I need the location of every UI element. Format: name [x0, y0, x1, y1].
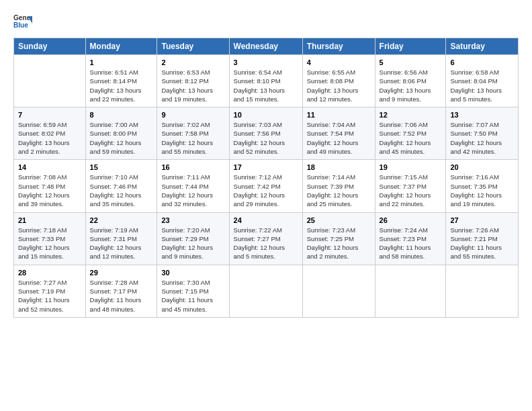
day-cell	[14, 55, 86, 107]
day-detail: Sunrise: 7:30 AM Sunset: 7:15 PM Dayligh…	[161, 278, 224, 314]
header: General Blue	[13, 12, 519, 31]
day-number: 16	[161, 163, 224, 171]
col-header-tuesday: Tuesday	[157, 38, 229, 55]
page: General Blue SundayMondayTuesdayWednesda…	[0, 0, 532, 411]
day-detail: Sunrise: 7:14 AM Sunset: 7:39 PM Dayligh…	[307, 173, 371, 208]
day-detail: Sunrise: 7:20 AM Sunset: 7:29 PM Dayligh…	[161, 226, 224, 261]
day-cell: 24Sunrise: 7:22 AM Sunset: 7:27 PM Dayli…	[229, 212, 302, 265]
day-detail: Sunrise: 7:23 AM Sunset: 7:25 PM Dayligh…	[307, 226, 371, 261]
day-detail: Sunrise: 7:24 AM Sunset: 7:23 PM Dayligh…	[380, 226, 442, 261]
col-header-friday: Friday	[375, 38, 446, 55]
day-number: 12	[380, 111, 442, 119]
day-number: 5	[380, 58, 442, 66]
day-number: 28	[18, 269, 81, 277]
day-number: 19	[380, 163, 442, 171]
day-number: 2	[161, 58, 224, 66]
day-cell: 7Sunrise: 6:59 AM Sunset: 8:02 PM Daylig…	[14, 107, 86, 160]
header-row: SundayMondayTuesdayWednesdayThursdayFrid…	[14, 38, 519, 55]
day-detail: Sunrise: 7:16 AM Sunset: 7:35 PM Dayligh…	[450, 173, 514, 208]
day-cell: 10Sunrise: 7:03 AM Sunset: 7:56 PM Dayli…	[229, 107, 302, 160]
day-number: 7	[18, 111, 81, 119]
week-row-1: 1Sunrise: 6:51 AM Sunset: 8:14 PM Daylig…	[14, 55, 519, 107]
day-cell: 26Sunrise: 7:24 AM Sunset: 7:23 PM Dayli…	[375, 212, 446, 265]
day-cell: 8Sunrise: 7:00 AM Sunset: 8:00 PM Daylig…	[85, 107, 157, 160]
day-cell: 14Sunrise: 7:08 AM Sunset: 7:48 PM Dayli…	[14, 160, 86, 212]
day-number: 23	[161, 216, 224, 224]
col-header-thursday: Thursday	[302, 38, 375, 55]
day-number: 30	[161, 269, 224, 277]
day-detail: Sunrise: 7:12 AM Sunset: 7:42 PM Dayligh…	[234, 173, 298, 208]
day-cell: 23Sunrise: 7:20 AM Sunset: 7:29 PM Dayli…	[157, 212, 229, 265]
day-cell	[229, 265, 302, 317]
day-number: 29	[90, 269, 153, 277]
week-row-2: 7Sunrise: 6:59 AM Sunset: 8:02 PM Daylig…	[14, 107, 519, 160]
day-cell: 3Sunrise: 6:54 AM Sunset: 8:10 PM Daylig…	[229, 55, 302, 107]
day-detail: Sunrise: 6:56 AM Sunset: 8:06 PM Dayligh…	[380, 68, 442, 103]
day-cell: 29Sunrise: 7:28 AM Sunset: 7:17 PM Dayli…	[85, 265, 157, 317]
day-detail: Sunrise: 7:10 AM Sunset: 7:46 PM Dayligh…	[90, 173, 153, 208]
day-detail: Sunrise: 6:51 AM Sunset: 8:14 PM Dayligh…	[90, 68, 153, 103]
day-number: 10	[234, 111, 298, 119]
day-detail: Sunrise: 6:53 AM Sunset: 8:12 PM Dayligh…	[161, 68, 224, 103]
svg-text:Blue: Blue	[13, 21, 28, 29]
day-cell: 9Sunrise: 7:02 AM Sunset: 7:58 PM Daylig…	[157, 107, 229, 160]
day-detail: Sunrise: 7:26 AM Sunset: 7:21 PM Dayligh…	[450, 226, 514, 261]
day-detail: Sunrise: 6:59 AM Sunset: 8:02 PM Dayligh…	[18, 120, 81, 156]
week-row-5: 28Sunrise: 7:27 AM Sunset: 7:19 PM Dayli…	[14, 265, 519, 317]
day-detail: Sunrise: 7:28 AM Sunset: 7:17 PM Dayligh…	[90, 278, 153, 314]
day-cell: 28Sunrise: 7:27 AM Sunset: 7:19 PM Dayli…	[14, 265, 86, 317]
day-number: 9	[161, 111, 224, 119]
day-number: 18	[307, 163, 371, 171]
day-number: 4	[307, 58, 371, 66]
week-row-4: 21Sunrise: 7:18 AM Sunset: 7:33 PM Dayli…	[14, 212, 519, 265]
day-detail: Sunrise: 7:00 AM Sunset: 8:00 PM Dayligh…	[90, 120, 153, 156]
col-header-monday: Monday	[85, 38, 157, 55]
day-detail: Sunrise: 6:58 AM Sunset: 8:04 PM Dayligh…	[450, 68, 514, 103]
logo: General Blue	[13, 12, 32, 31]
day-detail: Sunrise: 7:19 AM Sunset: 7:31 PM Dayligh…	[90, 226, 153, 261]
day-cell	[302, 265, 375, 317]
week-row-3: 14Sunrise: 7:08 AM Sunset: 7:48 PM Dayli…	[14, 160, 519, 212]
day-number: 22	[90, 216, 153, 224]
day-number: 13	[450, 111, 514, 119]
day-cell: 16Sunrise: 7:11 AM Sunset: 7:44 PM Dayli…	[157, 160, 229, 212]
day-cell: 21Sunrise: 7:18 AM Sunset: 7:33 PM Dayli…	[14, 212, 86, 265]
day-number: 21	[18, 216, 81, 224]
day-detail: Sunrise: 7:22 AM Sunset: 7:27 PM Dayligh…	[234, 226, 298, 261]
day-detail: Sunrise: 7:27 AM Sunset: 7:19 PM Dayligh…	[18, 278, 81, 314]
day-number: 3	[234, 58, 298, 66]
logo-icon: General Blue	[13, 12, 32, 31]
day-cell: 5Sunrise: 6:56 AM Sunset: 8:06 PM Daylig…	[375, 55, 446, 107]
day-number: 27	[450, 216, 514, 224]
day-detail: Sunrise: 7:15 AM Sunset: 7:37 PM Dayligh…	[380, 173, 442, 208]
day-number: 14	[18, 163, 81, 171]
day-cell: 20Sunrise: 7:16 AM Sunset: 7:35 PM Dayli…	[446, 160, 519, 212]
day-number: 8	[90, 111, 153, 119]
day-number: 6	[450, 58, 514, 66]
day-number: 24	[234, 216, 298, 224]
day-number: 15	[90, 163, 153, 171]
day-cell: 1Sunrise: 6:51 AM Sunset: 8:14 PM Daylig…	[85, 55, 157, 107]
day-cell: 4Sunrise: 6:55 AM Sunset: 8:08 PM Daylig…	[302, 55, 375, 107]
day-number: 1	[90, 58, 153, 66]
day-cell: 27Sunrise: 7:26 AM Sunset: 7:21 PM Dayli…	[446, 212, 519, 265]
day-cell	[446, 265, 519, 317]
day-number: 11	[307, 111, 371, 119]
col-header-wednesday: Wednesday	[229, 38, 302, 55]
day-detail: Sunrise: 7:11 AM Sunset: 7:44 PM Dayligh…	[161, 173, 224, 208]
day-cell: 18Sunrise: 7:14 AM Sunset: 7:39 PM Dayli…	[302, 160, 375, 212]
day-detail: Sunrise: 6:54 AM Sunset: 8:10 PM Dayligh…	[234, 68, 298, 103]
calendar-table: SundayMondayTuesdayWednesdayThursdayFrid…	[13, 38, 519, 318]
day-cell: 13Sunrise: 7:07 AM Sunset: 7:50 PM Dayli…	[446, 107, 519, 160]
day-cell: 22Sunrise: 7:19 AM Sunset: 7:31 PM Dayli…	[85, 212, 157, 265]
day-detail: Sunrise: 7:08 AM Sunset: 7:48 PM Dayligh…	[18, 173, 81, 208]
day-cell: 6Sunrise: 6:58 AM Sunset: 8:04 PM Daylig…	[446, 55, 519, 107]
day-detail: Sunrise: 6:55 AM Sunset: 8:08 PM Dayligh…	[307, 68, 371, 103]
day-cell: 2Sunrise: 6:53 AM Sunset: 8:12 PM Daylig…	[157, 55, 229, 107]
col-header-saturday: Saturday	[446, 38, 519, 55]
day-cell: 19Sunrise: 7:15 AM Sunset: 7:37 PM Dayli…	[375, 160, 446, 212]
day-detail: Sunrise: 7:07 AM Sunset: 7:50 PM Dayligh…	[450, 120, 514, 156]
day-cell: 25Sunrise: 7:23 AM Sunset: 7:25 PM Dayli…	[302, 212, 375, 265]
day-number: 26	[380, 216, 442, 224]
day-cell	[375, 265, 446, 317]
